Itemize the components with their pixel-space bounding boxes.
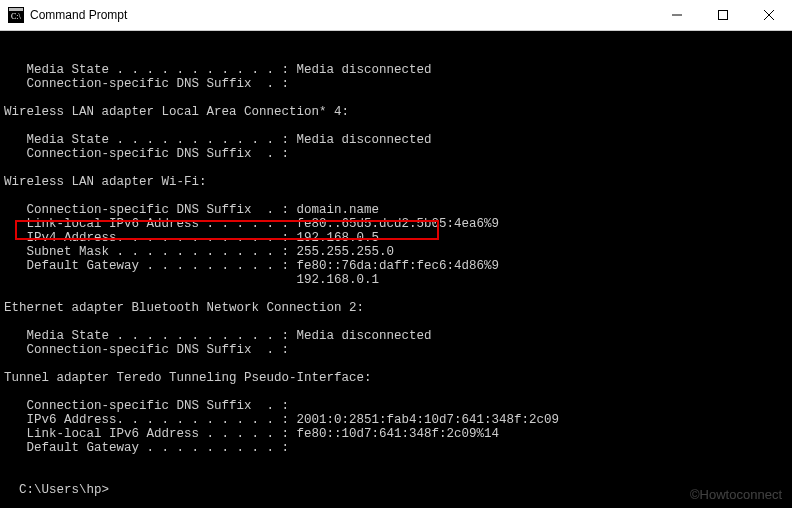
terminal-line: Media State . . . . . . . . . . . : Medi… [4,63,792,77]
terminal-line: Subnet Mask . . . . . . . . . . . : 255.… [4,245,792,259]
svg-text:C:\: C:\ [11,12,22,21]
svg-rect-4 [719,11,728,20]
terminal-output: Media State . . . . . . . . . . . : Medi… [4,63,792,469]
terminal-line [4,91,792,105]
terminal-line: Wireless LAN adapter Local Area Connecti… [4,105,792,119]
terminal-line: IPv6 Address. . . . . . . . . . . : 2001… [4,413,792,427]
terminal-line: Wireless LAN adapter Wi-Fi: [4,175,792,189]
terminal-line: Connection-specific DNS Suffix . : [4,399,792,413]
terminal-line: Connection-specific DNS Suffix . : [4,147,792,161]
window-buttons [654,0,792,30]
terminal-line: Default Gateway . . . . . . . . . : fe80… [4,259,792,273]
terminal-line: Link-local IPv6 Address . . . . . : fe80… [4,427,792,441]
terminal-line [4,119,792,133]
terminal-line: Connection-specific DNS Suffix . : [4,343,792,357]
minimize-button[interactable] [654,0,700,30]
titlebar: C:\ Command Prompt [0,0,792,31]
terminal-line [4,357,792,371]
terminal-line [4,287,792,301]
terminal-line [4,315,792,329]
svg-rect-1 [9,8,23,11]
terminal-line: Ethernet adapter Bluetooth Network Conne… [4,301,792,315]
close-button[interactable] [746,0,792,30]
terminal-line: Default Gateway . . . . . . . . . : [4,441,792,455]
watermark: ©Howtoconnect [690,487,782,502]
terminal-line [4,161,792,175]
terminal-line: Media State . . . . . . . . . . . : Medi… [4,133,792,147]
terminal-line: 192.168.0.1 [4,273,792,287]
terminal-line: Connection-specific DNS Suffix . : domai… [4,203,792,217]
terminal-line: Link-local IPv6 Address . . . . . : fe80… [4,217,792,231]
terminal-line: Media State . . . . . . . . . . . : Medi… [4,329,792,343]
terminal-line [4,189,792,203]
maximize-button[interactable] [700,0,746,30]
terminal-line [4,455,792,469]
terminal-line [4,385,792,399]
prompt: C:\Users\hp> [19,483,109,497]
window-title: Command Prompt [30,8,654,22]
terminal-area[interactable]: Media State . . . . . . . . . . . : Medi… [0,31,792,497]
terminal-line: IPv4 Address. . . . . . . . . . . : 192.… [4,231,792,245]
command-prompt-icon: C:\ [8,7,24,23]
terminal-line: Tunnel adapter Teredo Tunneling Pseudo-I… [4,371,792,385]
terminal-line: Connection-specific DNS Suffix . : [4,77,792,91]
